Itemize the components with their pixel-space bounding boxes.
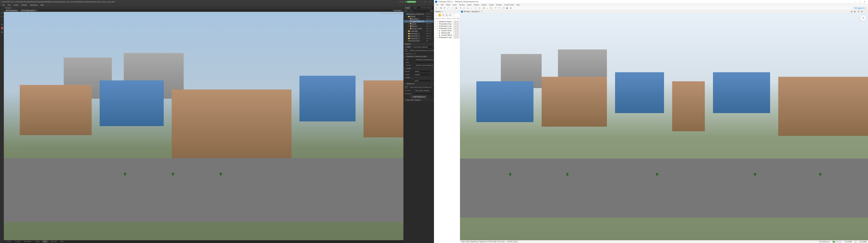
filter-icon[interactable]: ▼ [430,9,433,12]
3d-viewport[interactable]: N [460,13,868,240]
scale-tool-icon[interactable]: ⤢ [446,7,450,10]
tab-content[interactable]: Content [4,240,13,243]
menu-shapes[interactable]: Shapes [473,4,480,6]
scenario-pill-2[interactable]: 2 [445,13,448,17]
tab-render-settings[interactable]: Render Settings [419,7,434,9]
prim-name-field[interactable]: CyberCity3D_Buildings [412,46,433,48]
close-view-icon[interactable]: ✕ [481,10,482,12]
tab-semantics[interactable]: Semantics [22,240,33,243]
menu-select[interactable]: Select [445,4,452,6]
tree-row[interactable]: ▸📁Proposals👁Xform [404,30,433,32]
layer-check-1[interactable] [454,21,455,23]
layer-row[interactable]: ▸◉Streets with Redevelopment Model (shar… [434,32,460,34]
layer-row[interactable]: ▸◈Proposals (1 layer | 1 object) [434,36,460,38]
add-reference-button[interactable]: + Add Reference [411,95,427,98]
mat-name-field[interactable]: Wander Rust Devastation3x [415,64,434,66]
magnet-tool-icon[interactable]: 🧲 [1,27,3,30]
redo-icon[interactable]: ↷ [498,7,501,10]
expand-arrow-icon[interactable]: ▾ [406,16,408,18]
extra-2-icon[interactable]: ◧ [506,7,509,10]
tree-row[interactable]: ▸📁Proposals_4👁Xform [404,37,433,40]
layer-check-3[interactable] [458,28,459,29]
references-section-header[interactable]: References [404,82,434,85]
stage-search-input[interactable] [408,10,430,12]
menu-arcgis-urban[interactable]: ArcGIS Urban [503,4,515,6]
scenario-pill-active[interactable]: ● [438,13,441,17]
hamburger-icon[interactable]: ≡ [404,9,407,12]
extra-1-icon[interactable]: ⬡ [502,7,505,10]
expand-arrow-icon[interactable]: ▸ [406,30,408,32]
expand-arrow-icon[interactable]: ▸ [435,23,436,25]
layer-check-2[interactable] [456,28,457,29]
render-mode-selector[interactable]: RTX Path-traced▸ [20,9,37,12]
pointer-tool-icon[interactable]: ↖ [435,7,438,10]
rect-tool-icon[interactable]: ▭ [466,7,469,10]
expand-arrow-icon[interactable]: ▸ [437,32,438,34]
snap-tool-icon[interactable]: ⊞ [1,23,3,26]
view-tool-2-icon[interactable]: ◐ [854,10,857,13]
menu-edit[interactable]: Edit [440,4,445,6]
layer-check-3[interactable] [458,21,459,23]
menu-create[interactable]: Create [12,4,20,6]
view-tool-5-icon[interactable]: ⋮ [864,10,867,13]
instanceable-checkbox[interactable] [414,53,416,55]
tree-row[interactable]: ▸📁Proposals_3👁Xform [404,35,433,37]
expand-arrow-icon[interactable]: ▸ [406,40,408,42]
live-sync-badge[interactable]: LIVE SYNC [407,1,416,3]
menu-search[interactable]: Search [480,4,488,6]
visibility-toggle[interactable]: 👁 [426,18,428,20]
measure-tool-icon[interactable]: 📏 [489,7,493,10]
layer-check-1[interactable] [454,25,455,27]
view-tool-4-icon[interactable]: ⚙ [860,10,864,13]
scene-tab[interactable]: *Scene ✕ [434,10,460,13]
prim-path-field[interactable]: /Redlands_Redevelopment_Doc_Demo/Default… [408,49,434,52]
layer-row[interactable]: ▸◈Default (5 layers | 1777 objects) [434,21,460,23]
layer-row[interactable]: ▾◈Proposals (3 layers | 459 objects) [434,27,460,30]
mat-path-field[interactable]: /Redlands_Redevelopment_Doc_Demo/Default… [415,58,434,61]
menu-window[interactable]: Window [20,4,28,6]
home-icon[interactable]: ⌂ [435,13,438,17]
layer-check-1[interactable] [454,37,455,38]
visibility-dropdown[interactable]: invisible [414,73,433,76]
close-tab-icon[interactable]: ✕ [442,10,443,12]
layer-check-3[interactable] [458,37,459,38]
select-tool-icon[interactable]: ⬚ [1,8,3,10]
expand-arrow-icon[interactable]: ▸ [437,34,438,36]
extra-3-icon[interactable]: ⊡ [509,7,512,10]
search-icon[interactable]: 🔍 [457,18,459,20]
status-box-icon[interactable] [855,241,856,243]
layer-check-1[interactable] [454,23,455,25]
visibility-toggle[interactable]: 👁 [426,28,428,30]
tab-base[interactable]: Base [42,240,49,243]
expand-arrow-icon[interactable]: ▸ [437,30,438,31]
align-tool-icon[interactable]: ⫠ [486,7,489,10]
layer-check-3[interactable] [458,25,459,27]
layer-row[interactable]: ▸◈Proposals (1 layer | 1 object) [434,25,460,27]
frame-tool-icon[interactable]: ⬚ [451,7,454,10]
close-button[interactable]: ✕ [862,0,867,3]
tab-layer[interactable]: Layer [411,7,419,9]
viewport-3d[interactable]: Path Tracing: 44/64 spp | 11.06 ms [4,12,403,240]
menu-terrains[interactable]: Terrains [458,4,466,6]
kind-dropdown[interactable]: group [414,80,433,82]
menu-graph[interactable]: Graph [466,4,473,6]
undo-icon[interactable]: ↶ [494,7,497,10]
menu-help[interactable]: Help [39,4,45,6]
expand-arrow-icon[interactable]: ▸ [408,28,409,30]
freehand-tool-icon[interactable]: ∿ [478,7,481,10]
view-tool-1-icon[interactable]: ⊞ [850,10,853,13]
raw-usd-section-header[interactable]: Raw USD Properties [404,99,434,101]
expand-arrow-icon[interactable]: ▸ [435,37,436,38]
street-tool-icon[interactable]: ⌇ [474,7,477,10]
menu-help[interactable]: Help [515,4,521,6]
layer-check-1[interactable] [454,28,455,29]
rotate-tool-icon[interactable]: ⟳ [443,7,446,10]
expand-arrow-icon[interactable]: ▾ [435,28,436,29]
root-layer-chip[interactable]: Root Layer [393,9,402,11]
visibility-toggle[interactable]: 👁 [426,21,428,22]
tree-row[interactable]: ▸📦Terrain_DTM👁Xform [404,27,433,30]
layer-row[interactable]: ▸◉Custom Block Parcels (shared) (4 objec… [434,34,460,36]
tab-console[interactable]: Console [13,240,22,243]
layer-check-3[interactable] [458,30,459,32]
expand-arrow-icon[interactable]: ▸ [406,35,408,37]
